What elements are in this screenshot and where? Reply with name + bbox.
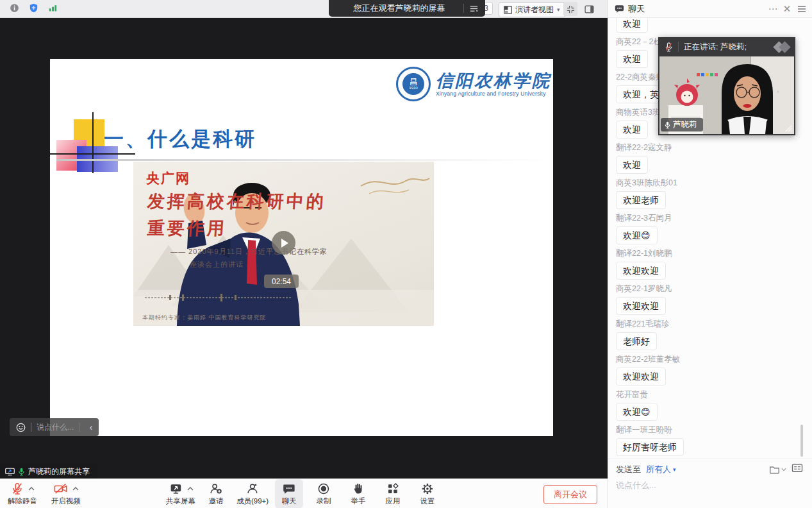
speaker-name-tag: 芦晓莉	[661, 118, 703, 131]
speaker-video-thumbnail[interactable]: 正在讲话: 芦晓莉;	[658, 37, 795, 135]
chat-footer: 发送至 所有人 ▾	[608, 459, 812, 508]
chat-header: 聊天 ⋯ ✕	[608, 0, 812, 18]
view-mode-caret: ▾	[557, 6, 560, 13]
members-button[interactable]: 成员(99+)	[236, 479, 269, 508]
raise-hand-button[interactable]: 举手	[344, 479, 372, 508]
chat-panel-icon	[615, 4, 624, 13]
screen-share-status: 芦晓莉的屏幕共享	[0, 464, 97, 478]
start-video-button[interactable]: 开启视频	[51, 479, 81, 508]
university-emblem-icon: 昌 1910	[396, 67, 431, 101]
file-attach-button[interactable]	[769, 464, 786, 474]
chat-message: 商英3班陈欣彤01 欢迎老师	[616, 178, 804, 214]
watching-screen-toast-text: 您正在观看芦晓莉的屏幕	[329, 3, 461, 14]
news-video-card: 央广网 发挥高校在科研中的 重要作用 —— 2020年9月11日，习近平总书记在…	[133, 162, 434, 326]
wall-banner	[697, 73, 718, 76]
mic-muted-icon	[665, 42, 673, 52]
chevron-up-icon[interactable]	[186, 487, 193, 491]
video-headline-2: 重要作用	[147, 217, 228, 240]
meeting-brand-icon	[775, 43, 789, 51]
video-caption-2: 座谈会上的讲话	[190, 260, 244, 269]
send-to-selector[interactable]: 所有人	[646, 464, 671, 475]
chat-title: 聊天	[628, 3, 766, 15]
speaker-name: 芦晓莉	[673, 119, 697, 130]
slide-title: 一、什么是科研	[104, 126, 256, 153]
raise-hand-icon	[351, 482, 365, 496]
collapse-arrow-icon[interactable]: ‹	[85, 422, 97, 432]
chevron-down-icon[interactable]	[781, 468, 786, 471]
presentation-slide: 昌 1910 信阳农林学院 Xinyang Agriculture and Fo…	[50, 59, 553, 436]
chevron-up-icon[interactable]	[28, 487, 35, 491]
share-detail-list-icon[interactable]	[469, 4, 479, 13]
chat-message: 翻译221毛瑞珍 老师好	[616, 319, 804, 355]
chat-message: 花开富贵 欢迎😊	[616, 390, 804, 425]
camera-off-icon	[53, 482, 69, 496]
invite-button[interactable]: 邀请	[202, 479, 230, 508]
emoji-smiley-icon[interactable]	[16, 423, 26, 432]
chat-message: 翻译一班王盼盼 好厉害呀老师	[616, 425, 804, 459]
video-caption-1: —— 2020年9月11日，习近平总书记在科学家	[170, 247, 327, 257]
security-shield-icon[interactable]	[28, 3, 39, 13]
university-name-en: Xinyang Agriculture and Forestry Univers…	[436, 90, 551, 97]
chat-message: 商英22-1罗晓凡 欢迎欢迎	[616, 284, 804, 319]
share-screen-button[interactable]: 共享屏幕	[166, 479, 195, 508]
record-icon	[317, 482, 331, 496]
chat-scrollbar[interactable]	[800, 425, 803, 457]
chat-bubble-icon	[282, 482, 296, 496]
audio-waveform	[145, 294, 291, 301]
speaker-video-header: 正在讲话: 芦晓莉;	[658, 37, 795, 56]
view-mode-dropdown[interactable]: 演讲者视图 ▾	[499, 2, 565, 17]
view-mode-label: 演讲者视图	[515, 4, 554, 15]
leave-meeting-button[interactable]: 离开会议	[543, 485, 597, 504]
mic-muted-icon	[10, 482, 24, 496]
screen-share-status-text: 芦晓莉的屏幕共享	[28, 466, 90, 477]
university-logo: 昌 1910 信阳农林学院 Xinyang Agriculture and Fo…	[396, 67, 551, 101]
announcement-button[interactable]	[791, 463, 803, 475]
settings-button[interactable]: 设置	[413, 479, 442, 508]
video-footnote: 本期特约专家：姜雨婷 中国教育科学研究院	[142, 314, 267, 322]
send-to-label: 发送至	[616, 464, 641, 475]
chat-message-input[interactable]	[615, 480, 803, 491]
chat-message: 翻译22-1刘晓鹏 欢迎欢迎	[616, 249, 804, 284]
video-headline-1: 发挥高校在科研中的	[147, 190, 327, 213]
mic-icon	[665, 121, 670, 129]
chat-message: 翻译22-3石闰月 欢迎😊	[616, 214, 804, 249]
slide-title-underline	[56, 159, 551, 161]
chat-message: 商英22-2班董孝敏 欢迎欢迎	[616, 355, 804, 390]
apps-button[interactable]: 应用	[379, 479, 407, 508]
speaker-video-feed: 芦晓莉	[659, 56, 794, 134]
quick-chat-placeholder[interactable]: 说点什么...	[37, 422, 74, 433]
play-icon	[281, 239, 288, 248]
top-bar: 3 您正在观看芦晓莉的屏幕 演讲者视图 ▾	[0, 0, 608, 18]
chat-more-button[interactable]: ⋯	[766, 1, 780, 17]
panel-drag-handle-icon[interactable]	[798, 6, 806, 12]
layout-icon	[504, 6, 512, 14]
chevron-up-icon[interactable]	[72, 487, 79, 491]
watching-screen-toast: 您正在观看芦晓莉的屏幕	[329, 0, 485, 17]
shared-screen-stage: 昌 1910 信阳农林学院 Xinyang Agriculture and Fo…	[0, 18, 608, 478]
unmute-button[interactable]: 解除静音	[8, 479, 37, 508]
apps-grid-icon	[386, 482, 400, 496]
exit-fullscreen-button[interactable]	[563, 2, 577, 16]
share-screen-icon	[168, 482, 183, 496]
chat-panel: 聊天 ⋯ ✕ 欢迎 商英22－2杜硕萌 欢迎 22-2商英秦帅 欢迎，英语大神 …	[608, 0, 812, 508]
chat-close-button[interactable]: ✕	[780, 1, 794, 17]
meeting-toolbar: 解除静音 开启视频 共享屏幕	[0, 478, 608, 508]
chat-message: 欢迎	[616, 18, 804, 37]
play-button	[272, 231, 295, 255]
speaker-person	[722, 64, 773, 134]
toggle-sidebar-button[interactable]	[582, 2, 596, 16]
invite-person-icon	[209, 482, 223, 496]
chat-button[interactable]: 聊天	[275, 479, 303, 508]
resize-handle-icon[interactable]	[783, 123, 792, 132]
quick-chat-bar[interactable]: 说点什么... ‹	[10, 418, 99, 436]
meeting-info-icon[interactable]	[9, 3, 20, 13]
send-to-caret-icon[interactable]: ▾	[673, 466, 676, 473]
chat-message: 翻译22-2寇文静 欢迎	[616, 143, 804, 178]
decor-horizontal-line	[50, 153, 135, 155]
network-signal-icon[interactable]	[47, 3, 58, 13]
cnr-brand-logo: 央广网	[146, 169, 190, 187]
speaking-now-label: 正在讲话: 芦晓莉;	[684, 42, 775, 53]
video-timestamp: 02:54	[264, 275, 299, 288]
main-area: 3 您正在观看芦晓莉的屏幕 演讲者视图 ▾	[0, 0, 608, 508]
record-button[interactable]: 录制	[310, 479, 338, 508]
